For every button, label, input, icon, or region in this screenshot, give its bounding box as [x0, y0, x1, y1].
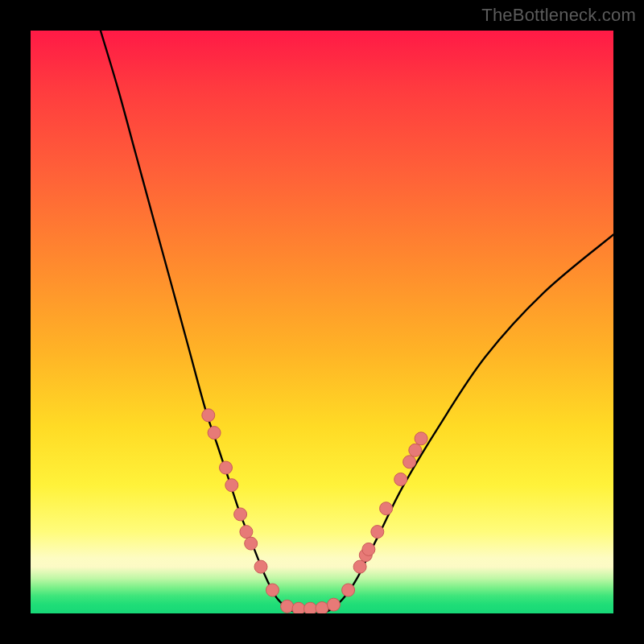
marker-dot [342, 584, 355, 597]
marker-dot [415, 432, 427, 445]
marker-dot [240, 526, 253, 539]
marker-dot [234, 508, 247, 521]
marker-dot [403, 456, 416, 469]
marker-dot [245, 537, 258, 550]
marker-dot [394, 473, 407, 486]
chart-frame: TheBottleneck.com [0, 0, 644, 644]
marker-dot [292, 602, 305, 613]
marker-dot [254, 560, 267, 573]
marker-dot [202, 409, 215, 422]
marker-dot [220, 461, 233, 474]
marker-dot [328, 598, 341, 611]
marker-dot [409, 444, 422, 456]
marker-dot [353, 560, 366, 573]
marker-dot [316, 602, 328, 614]
marker-dot [362, 543, 375, 555]
marker-dot [304, 602, 317, 613]
marker-dot [266, 584, 279, 597]
marker-dot [281, 600, 294, 613]
marker-dot [208, 427, 221, 440]
highlight-points [202, 409, 427, 613]
plot-area [31, 31, 613, 613]
marker-dot [380, 502, 393, 515]
marker-dot [225, 479, 238, 492]
bottleneck-curve-svg [31, 31, 613, 613]
watermark-text: TheBottleneck.com [481, 5, 636, 26]
marker-dot [371, 526, 384, 539]
bottleneck-curve [101, 31, 613, 613]
